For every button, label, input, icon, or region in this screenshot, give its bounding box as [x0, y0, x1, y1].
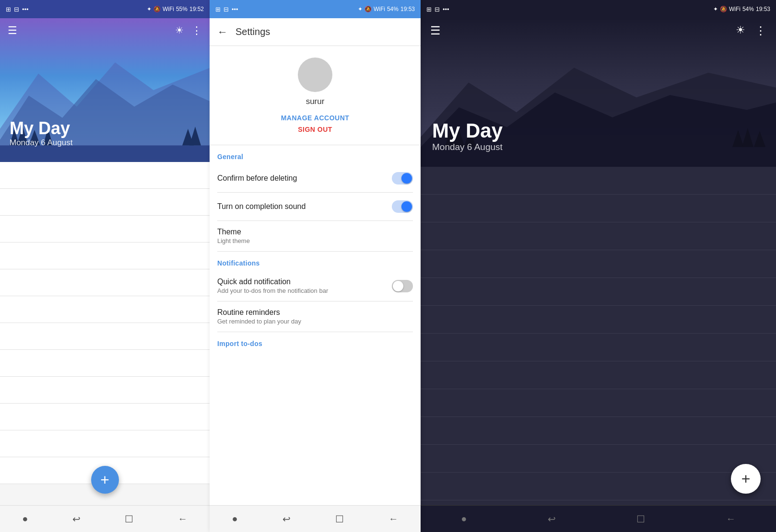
right-status-bar: ⊞ ⊟ ••• ✦ 🔕 WiFi 54% 19:53 — [421, 0, 776, 18]
center-status-icons-right: ✦ 🔕 WiFi 54% 19:53 — [358, 6, 415, 12]
right-panel: ⊞ ⊟ ••• ✦ 🔕 WiFi 54% 19:53 — [421, 0, 776, 532]
left-hero-text: My Day Monday 6 August — [10, 119, 72, 148]
left-menu-icon[interactable]: ☰ — [8, 24, 17, 37]
left-time: 19:52 — [189, 6, 204, 12]
list-item — [0, 216, 210, 243]
manage-account-button[interactable]: MANAGE ACCOUNT — [281, 114, 350, 122]
dark-list-item — [421, 306, 776, 334]
right-dots-icon[interactable]: ⋮ — [755, 24, 766, 37]
right-top-actions: ☀ ⋮ — [736, 24, 766, 37]
center-battery: 54% — [387, 6, 399, 12]
dark-list-item — [421, 167, 776, 195]
quick-add-text: Quick add notification Add your to-dos f… — [217, 278, 392, 294]
quick-add-sublabel: Add your to-dos from the notification ba… — [217, 287, 392, 294]
right-status-icons-left: ⊞ ⊟ ••• — [426, 6, 449, 13]
completion-sound-item[interactable]: Turn on completion sound — [210, 193, 421, 220]
confirm-delete-toggle[interactable] — [392, 172, 413, 185]
left-top-actions: ☀ ⋮ — [175, 24, 202, 37]
right-nav-bar: ● ↩ ☐ ← — [421, 505, 776, 532]
right-status-icons-right: ✦ 🔕 WiFi 54% 19:53 — [713, 6, 770, 12]
completion-sound-toggle[interactable] — [392, 200, 413, 213]
left-nav-square[interactable]: ☐ — [125, 513, 133, 525]
left-nav-recent[interactable]: ↩ — [72, 513, 81, 525]
center-nav-back[interactable]: ← — [388, 513, 398, 524]
notifications-section-header: Notifications — [210, 252, 421, 271]
right-hero: ☰ ☀ ⋮ My Day Monday 6 August — [421, 18, 776, 167]
left-more-icon: ••• — [22, 6, 29, 13]
left-nav-dot[interactable]: ● — [22, 513, 28, 524]
right-battery: 54% — [742, 6, 754, 12]
dark-list-item — [421, 250, 776, 278]
left-panel-title: My Day — [10, 119, 72, 138]
center-status-icons-left: ⊞ ⊟ ••• — [215, 6, 238, 13]
right-bluetooth-icon: ✦ — [713, 6, 718, 12]
center-bluetooth-icon: ✦ — [358, 6, 363, 12]
right-more-icon: ••• — [443, 6, 449, 13]
avatar — [298, 58, 332, 92]
right-apps-icon: ⊟ — [435, 6, 440, 13]
routine-reminders-item[interactable]: Routine reminders Get reminded to plan y… — [210, 301, 421, 332]
theme-item[interactable]: Theme Light theme — [210, 221, 421, 251]
right-nav-square[interactable]: ☐ — [636, 513, 645, 525]
center-nav-recent[interactable]: ↩ — [282, 513, 291, 525]
list-item — [0, 162, 210, 189]
left-status-icons: ⊞ ⊟ ••• — [6, 6, 29, 13]
dark-list-item — [421, 334, 776, 361]
center-grid-icon: ⊞ — [215, 6, 221, 13]
routine-reminders-label: Routine reminders — [217, 308, 413, 317]
center-status-bar: ⊞ ⊟ ••• ✦ 🔕 WiFi 54% 19:53 — [210, 0, 421, 18]
right-menu-icon[interactable]: ☰ — [430, 24, 441, 37]
confirm-delete-item[interactable]: Confirm before deleting — [210, 164, 421, 192]
right-nav-dot[interactable]: ● — [461, 513, 467, 524]
list-item — [0, 296, 210, 323]
left-fab-button[interactable]: + — [91, 466, 119, 494]
left-bulb-icon[interactable]: ☀ — [175, 24, 184, 37]
settings-panel: ⊞ ⊟ ••• ✦ 🔕 WiFi 54% 19:53 ← Settings su… — [210, 0, 421, 532]
list-item — [0, 430, 210, 457]
center-nav-bar: ● ↩ ☐ ← — [210, 505, 421, 532]
right-mute-icon: 🔕 — [720, 6, 727, 12]
quick-add-notification-item[interactable]: Quick add notification Add your to-dos f… — [210, 271, 421, 301]
confirm-delete-text: Confirm before deleting — [217, 174, 392, 183]
left-top-bar: ☰ ☀ ⋮ — [0, 18, 210, 43]
theme-label: Theme — [217, 228, 413, 236]
center-wifi-icon: WiFi — [374, 6, 385, 12]
left-apps-icon: ⊟ — [14, 6, 19, 13]
left-bluetooth-icon: ✦ — [147, 6, 152, 12]
completion-sound-text: Turn on completion sound — [217, 202, 392, 211]
list-item — [0, 323, 210, 350]
center-mute-icon: 🔕 — [364, 6, 372, 12]
right-hero-text: My Day Monday 6 August — [432, 120, 503, 152]
right-fab-button[interactable]: + — [731, 464, 761, 494]
center-nav-square[interactable]: ☐ — [335, 513, 344, 525]
list-item — [0, 243, 210, 269]
left-nav-back[interactable]: ← — [178, 513, 188, 524]
right-bulb-icon[interactable]: ☀ — [736, 24, 745, 37]
right-nav-recent[interactable]: ↩ — [548, 513, 556, 525]
back-button[interactable]: ← — [217, 26, 228, 38]
settings-app-bar: ← Settings — [210, 18, 421, 46]
settings-title: Settings — [235, 26, 270, 37]
center-nav-dot[interactable]: ● — [232, 513, 238, 524]
settings-scroll-area[interactable]: surur MANAGE ACCOUNT SIGN OUT General Co… — [210, 46, 421, 505]
list-item — [0, 404, 210, 430]
dark-list-item — [421, 195, 776, 222]
theme-text: Theme Light theme — [217, 228, 413, 244]
routine-reminders-text: Routine reminders Get reminded to plan y… — [217, 308, 413, 325]
confirm-delete-thumb — [401, 173, 412, 184]
sign-out-button[interactable]: SIGN OUT — [298, 126, 332, 133]
right-top-bar: ☰ ☀ ⋮ — [421, 18, 776, 43]
left-nav-bar: ● ↩ ☐ ← — [0, 505, 210, 532]
right-panel-subtitle: Monday 6 August — [432, 142, 503, 152]
right-nav-back[interactable]: ← — [726, 513, 736, 524]
left-mute-icon: 🔕 — [153, 6, 161, 12]
completion-sound-thumb — [401, 201, 412, 212]
left-dots-icon[interactable]: ⋮ — [191, 24, 202, 37]
center-apps-icon: ⊟ — [223, 6, 229, 13]
account-name: surur — [306, 97, 325, 106]
quick-add-toggle[interactable] — [392, 280, 413, 292]
left-wifi-icon: WiFi — [163, 6, 174, 12]
left-hero: ☰ ☀ ⋮ My Day Monday 6 August — [0, 18, 210, 162]
list-item — [0, 189, 210, 216]
routine-reminders-sublabel: Get reminded to plan your day — [217, 318, 413, 325]
